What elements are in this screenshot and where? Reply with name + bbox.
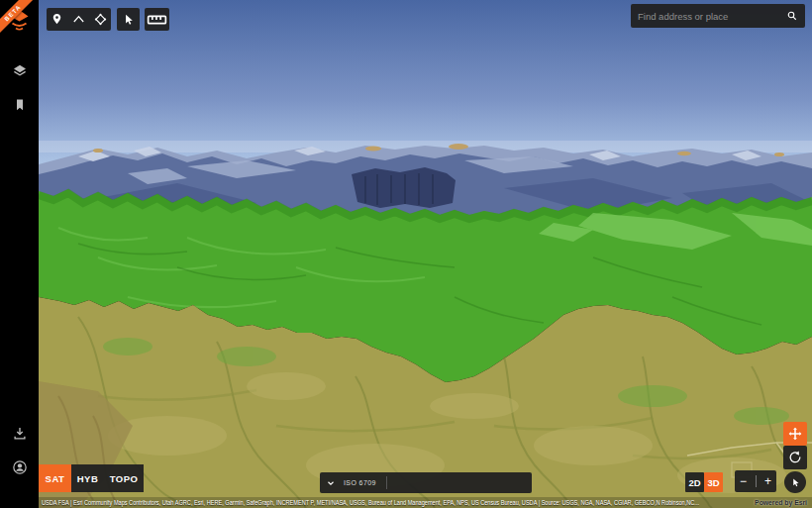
basemap-switcher: SAT HYB TOPO	[39, 464, 144, 492]
polygon-icon	[93, 12, 108, 27]
attribution-sources: USDA FSA | Esri Community Maps Contribut…	[42, 499, 699, 506]
reset-rotation-button[interactable]	[783, 446, 807, 469]
account-icon	[11, 458, 29, 476]
search-input[interactable]	[638, 11, 786, 22]
search-box	[631, 4, 805, 28]
draw-tools-group	[47, 8, 111, 31]
coordinate-format-select[interactable]: ISO 6709	[344, 479, 376, 486]
polyline-icon	[71, 12, 86, 27]
divider	[756, 475, 757, 487]
basemap-topo-button[interactable]: TOPO	[104, 464, 144, 492]
coordinate-input[interactable]	[387, 478, 526, 487]
rotate-ccw-icon	[788, 451, 802, 464]
basemap-sat-button[interactable]: SAT	[39, 464, 71, 492]
select-tool-button[interactable]	[117, 8, 140, 31]
download-button[interactable]	[10, 424, 30, 444]
search-icon[interactable]	[786, 10, 798, 22]
terrain-render	[39, 0, 812, 508]
zoom-in-button[interactable]: +	[764, 475, 771, 487]
ruler-icon	[145, 7, 169, 32]
account-button[interactable]	[10, 457, 30, 477]
coordinate-bar: ISO 6709	[320, 472, 532, 493]
view-3d-button[interactable]: 3D	[704, 472, 723, 492]
bookmarks-button[interactable]	[10, 95, 30, 115]
layers-icon	[11, 62, 29, 80]
sidebar	[0, 0, 39, 508]
cursor-icon	[122, 13, 136, 27]
add-point-button[interactable]	[47, 8, 68, 31]
pointer-mode-button[interactable]	[784, 471, 806, 493]
cursor-icon	[790, 477, 801, 488]
pin-icon	[50, 12, 64, 27]
zoom-out-button[interactable]: −	[740, 475, 747, 487]
draw-polygon-button[interactable]	[89, 8, 111, 31]
map-canvas[interactable]	[39, 0, 812, 508]
powered-by-esri: Powered by Esri	[755, 499, 807, 506]
download-icon	[11, 425, 29, 443]
zoom-control: − +	[735, 470, 776, 492]
measure-tool-button[interactable]	[145, 8, 169, 31]
move-icon	[788, 427, 802, 441]
chevron-down-icon[interactable]	[326, 478, 336, 488]
pan-mode-button[interactable]	[783, 422, 807, 446]
basemap-hyb-button[interactable]: HYB	[71, 464, 104, 492]
layers-button[interactable]	[10, 61, 30, 81]
draw-line-button[interactable]	[68, 8, 90, 31]
view-2d-button[interactable]: 2D	[685, 472, 704, 492]
bookmark-icon	[11, 96, 29, 114]
attribution-bar: USDA FSA | Esri Community Maps Contribut…	[0, 497, 812, 508]
